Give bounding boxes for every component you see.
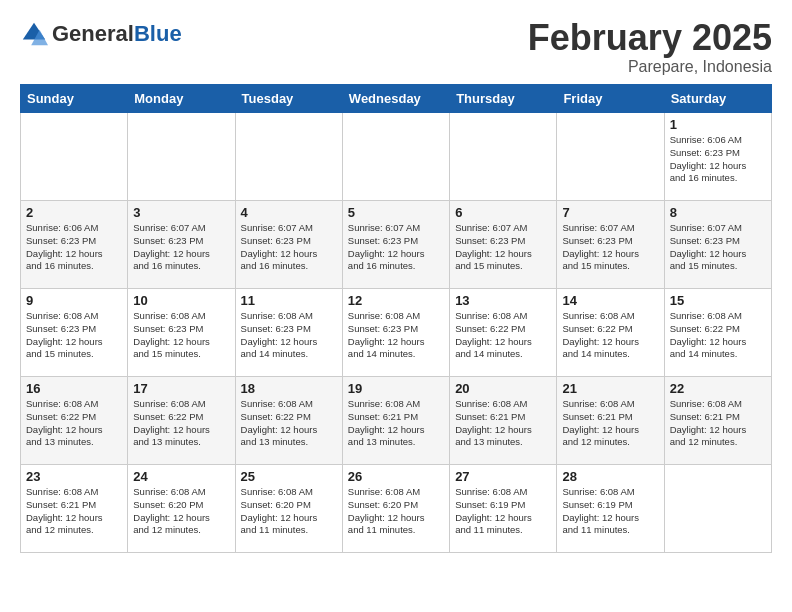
day-cell: 6Sunrise: 6:07 AM Sunset: 6:23 PM Daylig… [450, 201, 557, 289]
day-cell: 7Sunrise: 6:07 AM Sunset: 6:23 PM Daylig… [557, 201, 664, 289]
weekday-monday: Monday [128, 85, 235, 113]
day-info: Sunrise: 6:08 AM Sunset: 6:21 PM Dayligh… [26, 486, 122, 537]
day-number: 10 [133, 293, 229, 308]
weekday-wednesday: Wednesday [342, 85, 449, 113]
day-cell: 18Sunrise: 6:08 AM Sunset: 6:22 PM Dayli… [235, 377, 342, 465]
header: GeneralBlue February 2025 Parepare, Indo… [20, 20, 772, 76]
day-cell: 11Sunrise: 6:08 AM Sunset: 6:23 PM Dayli… [235, 289, 342, 377]
day-cell: 4Sunrise: 6:07 AM Sunset: 6:23 PM Daylig… [235, 201, 342, 289]
day-info: Sunrise: 6:08 AM Sunset: 6:22 PM Dayligh… [455, 310, 551, 361]
logo-blue: Blue [134, 21, 182, 46]
day-info: Sunrise: 6:08 AM Sunset: 6:22 PM Dayligh… [26, 398, 122, 449]
week-row-5: 23Sunrise: 6:08 AM Sunset: 6:21 PM Dayli… [21, 465, 772, 553]
day-cell: 22Sunrise: 6:08 AM Sunset: 6:21 PM Dayli… [664, 377, 771, 465]
logo: GeneralBlue [20, 20, 182, 48]
day-cell: 8Sunrise: 6:07 AM Sunset: 6:23 PM Daylig… [664, 201, 771, 289]
day-number: 20 [455, 381, 551, 396]
day-number: 14 [562, 293, 658, 308]
day-number: 7 [562, 205, 658, 220]
weekday-header-row: SundayMondayTuesdayWednesdayThursdayFrid… [21, 85, 772, 113]
day-cell: 9Sunrise: 6:08 AM Sunset: 6:23 PM Daylig… [21, 289, 128, 377]
day-info: Sunrise: 6:08 AM Sunset: 6:20 PM Dayligh… [133, 486, 229, 537]
day-number: 13 [455, 293, 551, 308]
day-info: Sunrise: 6:08 AM Sunset: 6:20 PM Dayligh… [241, 486, 337, 537]
day-cell: 17Sunrise: 6:08 AM Sunset: 6:22 PM Dayli… [128, 377, 235, 465]
day-number: 16 [26, 381, 122, 396]
day-number: 15 [670, 293, 766, 308]
day-number: 26 [348, 469, 444, 484]
week-row-4: 16Sunrise: 6:08 AM Sunset: 6:22 PM Dayli… [21, 377, 772, 465]
day-info: Sunrise: 6:07 AM Sunset: 6:23 PM Dayligh… [348, 222, 444, 273]
location: Parepare, Indonesia [528, 58, 772, 76]
weekday-saturday: Saturday [664, 85, 771, 113]
day-info: Sunrise: 6:08 AM Sunset: 6:19 PM Dayligh… [562, 486, 658, 537]
weekday-thursday: Thursday [450, 85, 557, 113]
day-number: 4 [241, 205, 337, 220]
day-number: 12 [348, 293, 444, 308]
day-cell: 27Sunrise: 6:08 AM Sunset: 6:19 PM Dayli… [450, 465, 557, 553]
day-number: 23 [26, 469, 122, 484]
day-info: Sunrise: 6:06 AM Sunset: 6:23 PM Dayligh… [26, 222, 122, 273]
month-title: February 2025 [528, 20, 772, 56]
week-row-1: 1Sunrise: 6:06 AM Sunset: 6:23 PM Daylig… [21, 113, 772, 201]
day-info: Sunrise: 6:07 AM Sunset: 6:23 PM Dayligh… [670, 222, 766, 273]
day-number: 1 [670, 117, 766, 132]
day-cell: 26Sunrise: 6:08 AM Sunset: 6:20 PM Dayli… [342, 465, 449, 553]
day-cell [557, 113, 664, 201]
day-cell [342, 113, 449, 201]
day-number: 21 [562, 381, 658, 396]
day-number: 27 [455, 469, 551, 484]
day-info: Sunrise: 6:08 AM Sunset: 6:21 PM Dayligh… [348, 398, 444, 449]
day-cell: 25Sunrise: 6:08 AM Sunset: 6:20 PM Dayli… [235, 465, 342, 553]
day-cell [235, 113, 342, 201]
day-number: 9 [26, 293, 122, 308]
day-cell [128, 113, 235, 201]
day-info: Sunrise: 6:08 AM Sunset: 6:22 PM Dayligh… [562, 310, 658, 361]
day-cell [450, 113, 557, 201]
day-info: Sunrise: 6:08 AM Sunset: 6:23 PM Dayligh… [133, 310, 229, 361]
day-number: 5 [348, 205, 444, 220]
day-cell [664, 465, 771, 553]
day-number: 3 [133, 205, 229, 220]
day-number: 8 [670, 205, 766, 220]
day-cell: 13Sunrise: 6:08 AM Sunset: 6:22 PM Dayli… [450, 289, 557, 377]
day-info: Sunrise: 6:08 AM Sunset: 6:19 PM Dayligh… [455, 486, 551, 537]
day-info: Sunrise: 6:08 AM Sunset: 6:22 PM Dayligh… [133, 398, 229, 449]
weekday-tuesday: Tuesday [235, 85, 342, 113]
day-cell: 15Sunrise: 6:08 AM Sunset: 6:22 PM Dayli… [664, 289, 771, 377]
day-cell: 20Sunrise: 6:08 AM Sunset: 6:21 PM Dayli… [450, 377, 557, 465]
day-info: Sunrise: 6:08 AM Sunset: 6:21 PM Dayligh… [670, 398, 766, 449]
day-info: Sunrise: 6:08 AM Sunset: 6:23 PM Dayligh… [241, 310, 337, 361]
page: GeneralBlue February 2025 Parepare, Indo… [0, 0, 792, 563]
day-cell: 19Sunrise: 6:08 AM Sunset: 6:21 PM Dayli… [342, 377, 449, 465]
day-info: Sunrise: 6:08 AM Sunset: 6:21 PM Dayligh… [562, 398, 658, 449]
day-number: 19 [348, 381, 444, 396]
day-number: 22 [670, 381, 766, 396]
day-cell: 1Sunrise: 6:06 AM Sunset: 6:23 PM Daylig… [664, 113, 771, 201]
day-info: Sunrise: 6:08 AM Sunset: 6:22 PM Dayligh… [670, 310, 766, 361]
day-cell: 21Sunrise: 6:08 AM Sunset: 6:21 PM Dayli… [557, 377, 664, 465]
day-cell: 2Sunrise: 6:06 AM Sunset: 6:23 PM Daylig… [21, 201, 128, 289]
day-cell: 24Sunrise: 6:08 AM Sunset: 6:20 PM Dayli… [128, 465, 235, 553]
day-info: Sunrise: 6:07 AM Sunset: 6:23 PM Dayligh… [133, 222, 229, 273]
week-row-2: 2Sunrise: 6:06 AM Sunset: 6:23 PM Daylig… [21, 201, 772, 289]
logo-general: General [52, 21, 134, 46]
day-info: Sunrise: 6:06 AM Sunset: 6:23 PM Dayligh… [670, 134, 766, 185]
day-info: Sunrise: 6:07 AM Sunset: 6:23 PM Dayligh… [241, 222, 337, 273]
day-info: Sunrise: 6:07 AM Sunset: 6:23 PM Dayligh… [455, 222, 551, 273]
logo-text: GeneralBlue [52, 23, 182, 45]
title-block: February 2025 Parepare, Indonesia [528, 20, 772, 76]
day-number: 11 [241, 293, 337, 308]
weekday-friday: Friday [557, 85, 664, 113]
week-row-3: 9Sunrise: 6:08 AM Sunset: 6:23 PM Daylig… [21, 289, 772, 377]
day-info: Sunrise: 6:07 AM Sunset: 6:23 PM Dayligh… [562, 222, 658, 273]
day-number: 28 [562, 469, 658, 484]
day-cell [21, 113, 128, 201]
day-number: 17 [133, 381, 229, 396]
day-number: 6 [455, 205, 551, 220]
day-cell: 12Sunrise: 6:08 AM Sunset: 6:23 PM Dayli… [342, 289, 449, 377]
day-cell: 28Sunrise: 6:08 AM Sunset: 6:19 PM Dayli… [557, 465, 664, 553]
day-cell: 5Sunrise: 6:07 AM Sunset: 6:23 PM Daylig… [342, 201, 449, 289]
day-number: 24 [133, 469, 229, 484]
day-cell: 14Sunrise: 6:08 AM Sunset: 6:22 PM Dayli… [557, 289, 664, 377]
